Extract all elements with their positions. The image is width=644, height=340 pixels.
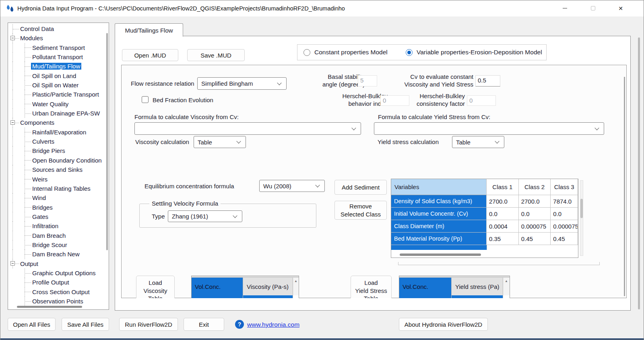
tree-item-bridge-piers[interactable]: Bridge Piers bbox=[8, 146, 109, 155]
title-bar[interactable]: Hydronia Data Input Program - C:\Users\P… bbox=[0, 0, 644, 16]
radio-variable-properties[interactable] bbox=[406, 49, 413, 56]
tree-item-wind[interactable]: Wind bbox=[8, 193, 109, 202]
open-all-files-button[interactable]: Open All Files bbox=[8, 318, 56, 331]
tree-item-rainfall-evaporation[interactable]: Rainfall/Evaporation bbox=[8, 128, 109, 137]
tree-vertical-scrollbar[interactable] bbox=[106, 33, 108, 250]
class-table-cell[interactable]: 0.000075 bbox=[551, 220, 578, 233]
bed-fraction-checkbox[interactable] bbox=[142, 96, 149, 103]
yield-table-scrollbar[interactable]: ▲ bbox=[503, 278, 510, 295]
hb-behavior-input[interactable]: 0 bbox=[380, 95, 409, 106]
yield-table-selected-cell[interactable] bbox=[399, 295, 452, 298]
class-table-cell[interactable]: 2700.0 bbox=[519, 195, 551, 208]
tree-item-water-quality[interactable]: Water Quality bbox=[8, 99, 109, 109]
class-table-row-label[interactable]: Bed Material Porosity (Pp) bbox=[391, 233, 487, 245]
close-button[interactable]: ✕ bbox=[611, 1, 630, 15]
load-viscosity-table-button[interactable]: Load Viscosity Table bbox=[136, 276, 175, 298]
collapse-icon[interactable] bbox=[10, 120, 15, 125]
equilibrium-formula-select[interactable]: Wu (2008) bbox=[259, 180, 325, 192]
hb-consistency-input[interactable]: 0 bbox=[467, 95, 496, 106]
tree-item-dam-breach[interactable]: Dam Breach bbox=[8, 231, 109, 240]
class-table-cell[interactable]: 0.45 bbox=[519, 233, 551, 245]
class-table-row-label[interactable]: Initial Volume Concentr. (Cv) bbox=[391, 208, 487, 220]
collapse-icon[interactable] bbox=[10, 261, 15, 266]
tree-item-cross-section-output[interactable]: Cross Section Output bbox=[8, 287, 109, 297]
yield-table-col-yieldstress[interactable]: Yield stress (Pa) bbox=[452, 278, 503, 295]
tree-item-sediment-transport[interactable]: Sediment Transport bbox=[8, 43, 109, 52]
remove-selected-class-button[interactable]: Remove Selected Class bbox=[334, 201, 387, 220]
open-mud-button[interactable]: Open .MUD bbox=[122, 49, 178, 61]
tab-mud-tailings-flow[interactable]: Mud/Tailings Flow bbox=[115, 23, 183, 37]
tree-item-weirs[interactable]: Weirs bbox=[8, 175, 109, 184]
flow-resistance-select[interactable]: Simplified Bingham bbox=[197, 77, 287, 90]
tree-item-output[interactable]: Output bbox=[8, 259, 109, 268]
tree-item-pollutant-transport[interactable]: Pollutant Transport bbox=[8, 52, 109, 62]
minimize-button[interactable] bbox=[555, 1, 574, 15]
yield-table-col-volconc[interactable]: Vol.Conc. bbox=[399, 278, 452, 295]
class-table-cell[interactable]: 2700.0 bbox=[487, 195, 519, 208]
viscosity-calc-select[interactable]: Table bbox=[194, 136, 246, 148]
tree-item-modules[interactable]: Modules bbox=[8, 33, 109, 43]
tree-horizontal-scrollbar[interactable] bbox=[17, 306, 82, 308]
tree-item-urban-drainage-epa-sw[interactable]: Urban Drainage EPA-SW bbox=[8, 109, 109, 118]
save-mud-button[interactable]: Save .MUD bbox=[187, 49, 245, 61]
add-sediment-button[interactable]: Add Sediment bbox=[334, 180, 387, 195]
yield-table-selected-cell[interactable] bbox=[452, 295, 503, 298]
class-table-horizontal-scrollbar[interactable] bbox=[396, 253, 573, 256]
viscosity-table-selected-cell[interactable] bbox=[192, 295, 243, 298]
tree-item-components[interactable]: Components bbox=[8, 118, 109, 127]
cv-constant-input[interactable]: 0.5 bbox=[475, 75, 500, 87]
tree-item-observation-points[interactable]: Observation Points bbox=[8, 297, 109, 306]
scrollbar-thumb[interactable] bbox=[400, 253, 481, 256]
hydronia-website-link[interactable]: www.hydronia.com bbox=[247, 321, 299, 328]
page-vertical-scrollbar[interactable] bbox=[638, 37, 640, 309]
scroll-up-icon[interactable]: ▲ bbox=[294, 279, 297, 295]
viscosity-table-selected-cell[interactable] bbox=[243, 295, 293, 298]
radio-variable-properties-label[interactable]: Variable properties-Erosion-Deposition M… bbox=[417, 49, 542, 56]
tree-item-culverts[interactable]: Culverts bbox=[8, 137, 109, 146]
exit-button[interactable]: Exit bbox=[184, 318, 224, 331]
tree-item-dam-breach-new[interactable]: Dam Breach New bbox=[8, 249, 109, 259]
save-all-files-button[interactable]: Save All Files bbox=[62, 318, 109, 331]
class-table-cell[interactable]: 0.0 bbox=[487, 208, 519, 220]
tree-item-gates[interactable]: Gates bbox=[8, 212, 109, 221]
scrollbar-thumb[interactable] bbox=[580, 199, 583, 218]
radio-constant-properties-label[interactable]: Constant properties Model bbox=[314, 49, 388, 56]
class-table-vertical-scrollbar[interactable] bbox=[580, 180, 583, 256]
viscosity-formula-select[interactable] bbox=[134, 122, 361, 135]
class-table-cell[interactable]: 0.0004 bbox=[487, 220, 519, 233]
tree-item-sources-and-sinks[interactable]: Sources and Sinks bbox=[8, 165, 109, 174]
class-table-row-label[interactable]: Class Diameter (m) bbox=[391, 220, 487, 233]
about-button[interactable]: About Hydronia RiverFlow2D bbox=[399, 318, 488, 331]
yield-calc-select[interactable]: Table bbox=[452, 136, 504, 148]
tree-item-infiltration[interactable]: Infiltration bbox=[8, 221, 109, 231]
class-table-cell[interactable]: 0.35 bbox=[487, 233, 519, 245]
tree-item-control-data[interactable]: Control Data bbox=[8, 24, 109, 33]
radio-constant-properties[interactable] bbox=[303, 49, 310, 56]
tree-item-graphic-output-options[interactable]: Graphic Output Options bbox=[8, 268, 109, 278]
scroll-up-icon[interactable]: ▲ bbox=[505, 279, 508, 295]
tree-item-bridges[interactable]: Bridges bbox=[8, 203, 109, 212]
class-table-cell[interactable]: 0.000075 bbox=[519, 220, 551, 233]
settling-type-select[interactable]: Zhang (1961) bbox=[168, 210, 242, 222]
tree-item-bridge-scour[interactable]: Bridge Scour bbox=[8, 240, 109, 249]
load-yield-stress-table-button[interactable]: Load Yield Stress Table bbox=[351, 276, 392, 298]
viscosity-table-col-volconc[interactable]: Vol.Conc. bbox=[192, 278, 243, 295]
bed-fraction-label[interactable]: Bed Fraction Evolution bbox=[153, 97, 213, 103]
help-icon[interactable]: ? bbox=[235, 320, 244, 329]
tree-item-plastic-particle-transport[interactable]: Plastic/Particle Transport bbox=[8, 90, 109, 99]
class-table-row-label[interactable]: Density of Solid Class (kg/m3) bbox=[391, 195, 487, 208]
basal-angle-input[interactable]: 5 bbox=[358, 75, 377, 87]
tree-item-internal-rating-tables[interactable]: Internal Rating Tables bbox=[8, 184, 109, 193]
class-table-cell[interactable]: 0.45 bbox=[551, 233, 578, 245]
viscosity-table-col-viscosity[interactable]: Viscosity (Pa-s) bbox=[243, 278, 293, 295]
maximize-button[interactable] bbox=[584, 1, 602, 15]
tree-item-open-boundary-condition[interactable]: Open Boundary Condition bbox=[8, 156, 109, 165]
tree-item-mud-tailings-flow[interactable]: Mud/Tailings Flow bbox=[8, 62, 109, 71]
viscosity-table-scrollbar[interactable]: ▲ bbox=[293, 278, 299, 295]
class-table-cell[interactable]: 0.0 bbox=[519, 208, 551, 220]
class-table-cell[interactable]: 7874.0 bbox=[551, 195, 578, 208]
tree-item-oil-spill-on-water[interactable]: Oil Spill on Water bbox=[8, 80, 109, 90]
panel-vertical-scrollbar[interactable] bbox=[624, 77, 625, 296]
tree-item-profile-output[interactable]: Profile Output bbox=[8, 278, 109, 287]
yield-formula-select[interactable] bbox=[374, 122, 604, 135]
